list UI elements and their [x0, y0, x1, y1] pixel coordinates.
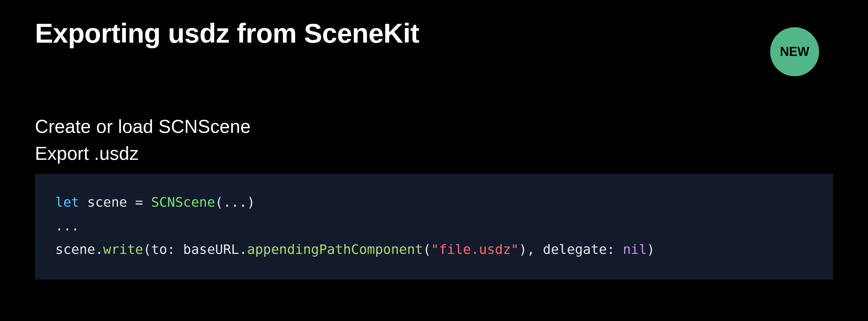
code-block: let scene = SCNScene(...) ... scene.writ…: [35, 174, 833, 280]
slide: Exporting usdz from SceneKit NEW Create …: [0, 0, 868, 321]
code-token: ), delegate:: [519, 242, 623, 257]
code-token: (...): [215, 194, 255, 210]
code-token-type: SCNScene: [151, 194, 215, 210]
code-line-2: ...: [55, 214, 813, 238]
code-token: ...: [55, 218, 79, 234]
code-token-keyword: let: [55, 194, 79, 210]
subtitle-line-2: Export .usdz: [35, 143, 833, 164]
code-token: [79, 194, 87, 210]
subtitle-line-1: Create or load SCNScene: [35, 116, 833, 137]
slide-title: Exporting usdz from SceneKit: [35, 17, 833, 49]
code-token-method: appendingPathComponent: [247, 242, 423, 257]
new-badge: NEW: [770, 27, 819, 76]
code-token: scene: [87, 194, 127, 210]
code-token-string: "file.usdz": [431, 242, 519, 257]
code-token-method: write: [103, 242, 143, 257]
code-token: (: [423, 242, 431, 257]
code-line-1: let scene = SCNScene(...): [55, 191, 813, 214]
code-line-3: scene.write(to: baseURL.appendingPathCom…: [55, 238, 813, 262]
code-token: =: [127, 194, 151, 210]
code-token: ): [647, 242, 655, 257]
new-badge-label: NEW: [780, 44, 809, 59]
code-token-nil: nil: [623, 242, 647, 257]
code-token: (to: baseURL.: [143, 242, 247, 257]
code-token: scene.: [55, 242, 103, 257]
